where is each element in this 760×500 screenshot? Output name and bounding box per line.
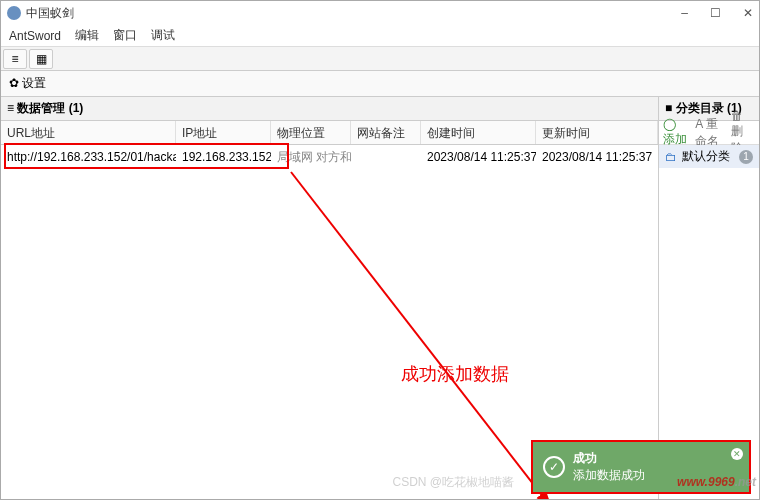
success-toast: ✓ 成功 添加数据成功 ✕ bbox=[531, 440, 751, 494]
col-updated[interactable]: 更新时间 bbox=[536, 121, 658, 144]
menu-antsword[interactable]: AntSword bbox=[9, 29, 61, 43]
toast-close[interactable]: ✕ bbox=[731, 448, 743, 460]
view-toolbar: ≡ ▦ bbox=[1, 47, 759, 71]
menu-debug[interactable]: 调试 bbox=[151, 27, 175, 44]
app-icon bbox=[7, 6, 21, 20]
grid-view-button[interactable]: ▦ bbox=[29, 49, 53, 69]
data-panel-header: ≡ 数据管理 (1) bbox=[1, 97, 658, 121]
col-ip[interactable]: IP地址 bbox=[176, 121, 271, 144]
col-note[interactable]: 网站备注 bbox=[351, 121, 421, 144]
close-button[interactable]: ✕ bbox=[743, 6, 753, 20]
toast-title: 成功 bbox=[573, 450, 645, 467]
annotation-arrow bbox=[21, 147, 581, 500]
col-url[interactable]: URL地址 bbox=[1, 121, 176, 144]
check-icon: ✓ bbox=[543, 456, 565, 478]
svg-line-0 bbox=[291, 172, 551, 500]
cell-url: http://192.168.233.152/01/hackal bbox=[1, 147, 176, 167]
maximize-button[interactable]: ☐ bbox=[710, 6, 721, 20]
menu-bar: AntSword 编辑 窗口 调试 bbox=[1, 25, 759, 47]
minimize-button[interactable]: – bbox=[681, 6, 688, 20]
settings-label: ✿ 设置 bbox=[9, 75, 46, 92]
add-button[interactable]: ◯ 添加 bbox=[663, 117, 687, 148]
menu-edit[interactable]: 编辑 bbox=[75, 27, 99, 44]
cell-created: 2023/08/14 11:25:37 bbox=[421, 147, 536, 167]
title-bar: 中国蚁剑 – ☐ ✕ bbox=[1, 1, 759, 25]
list-view-button[interactable]: ≡ bbox=[3, 49, 27, 69]
cell-ip: 192.168.233.152 bbox=[176, 147, 271, 167]
folder-icon: 🗀 bbox=[665, 150, 677, 164]
settings-row[interactable]: ✿ 设置 bbox=[1, 71, 759, 97]
data-panel: ≡ 数据管理 (1) URL地址 IP地址 物理位置 网站备注 创建时间 更新时… bbox=[1, 97, 659, 499]
menu-window[interactable]: 窗口 bbox=[113, 27, 137, 44]
annotation-text: 成功添加数据 bbox=[401, 362, 509, 386]
category-panel: ■ 分类目录 (1) ◯ 添加 A 重命名 🗑 删除 🗀 默认分类 1 bbox=[659, 97, 759, 499]
cell-location: 局域网 对方和您 bbox=[271, 146, 351, 169]
cell-updated: 2023/08/14 11:25:37 bbox=[536, 147, 658, 167]
category-default[interactable]: 🗀 默认分类 1 bbox=[659, 145, 759, 168]
toast-subtitle: 添加数据成功 bbox=[573, 467, 645, 484]
table-header: URL地址 IP地址 物理位置 网站备注 创建时间 更新时间 bbox=[1, 121, 658, 145]
table-row[interactable]: http://192.168.233.152/01/hackal 192.168… bbox=[1, 145, 658, 169]
category-count: 1 bbox=[739, 150, 753, 164]
category-label: 默认分类 bbox=[682, 148, 730, 165]
cell-note bbox=[351, 154, 421, 160]
window-title: 中国蚁剑 bbox=[26, 5, 681, 22]
col-location[interactable]: 物理位置 bbox=[271, 121, 351, 144]
col-created[interactable]: 创建时间 bbox=[421, 121, 536, 144]
